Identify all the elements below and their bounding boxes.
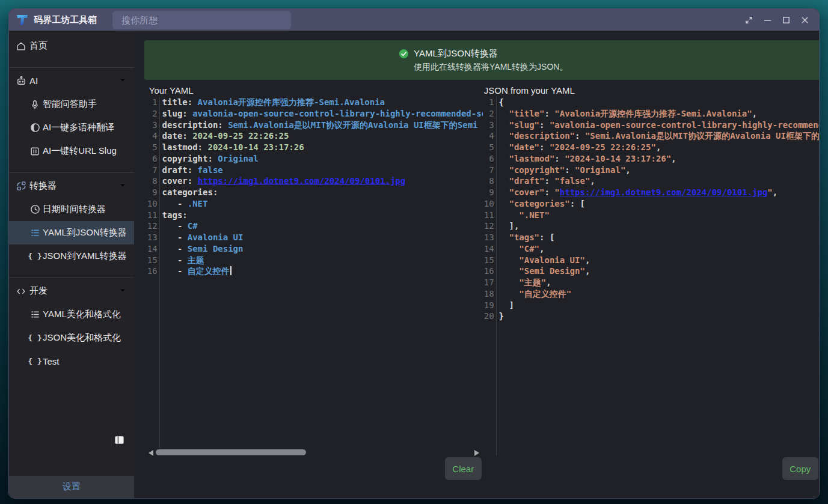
sidebar-item-label: YAML到JSON转换器	[43, 227, 127, 238]
sidebar-item-yaml-beautify[interactable]: YAML美化和格式化	[9, 303, 134, 326]
line-number: 1	[147, 97, 158, 108]
code-line: "lastmod": "2024-10-14 23:17:26",	[499, 153, 820, 165]
collapse-sidebar-button[interactable]	[114, 435, 124, 445]
json-editor[interactable]: 1234567891011121314151617181920 { "title…	[484, 97, 820, 455]
line-number: 11	[147, 210, 158, 221]
url-link[interactable]: https://img1.dotnet9.com/2024/09/0101.jp…	[198, 176, 406, 186]
home-icon	[15, 41, 27, 52]
clear-button[interactable]: Clear	[445, 457, 482, 480]
line-number: 8	[484, 175, 494, 187]
sidebar-item-qa-assistant[interactable]: 智能问答助手	[9, 93, 134, 116]
copy-button[interactable]: Copy	[782, 457, 818, 480]
sidebar-item-label: JSON到YAML转换器	[43, 250, 127, 262]
sidebar-item-json-beautify[interactable]: { } JSON美化和格式化	[9, 326, 134, 350]
line-number: 12	[484, 220, 494, 232]
app-title: 码界工坊工具箱	[34, 14, 97, 26]
close-icon	[800, 16, 809, 25]
sidebar-item-yaml-to-json[interactable]: YAML到JSON转换器	[9, 221, 134, 244]
sidebar-item-label: Test	[43, 356, 127, 366]
code-line: ]	[499, 300, 820, 311]
horizontal-scrollbar[interactable]	[149, 449, 479, 457]
collapse-sidebar-icon	[114, 435, 124, 445]
json-pane-title: JSON from your YAML	[484, 85, 575, 96]
maximize-icon	[782, 16, 791, 25]
code-line: "cover": "https://img1.dotnet9.com/2024/…	[499, 187, 820, 198]
code-line: cover: https://img1.dotnet9.com/2024/09/…	[162, 175, 483, 187]
yaml-code-area[interactable]: title: Avalonia开源控件库强力推荐-Semi.Avaloniasl…	[160, 97, 483, 448]
scroll-left-arrow[interactable]	[149, 450, 153, 456]
sidebar-item-test[interactable]: { } Test	[9, 350, 134, 373]
sidebar-section-dev[interactable]: 开发	[9, 279, 134, 303]
sidebar-item-label: 智能问答助手	[43, 99, 127, 110]
line-number: 6	[484, 153, 494, 165]
line-number: 19	[484, 300, 494, 311]
line-number: 3	[147, 120, 158, 131]
line-number: 16	[484, 266, 494, 277]
sidebar-item-json-to-yaml[interactable]: { } JSON到YAML转换器	[9, 244, 134, 268]
scroll-right-arrow[interactable]	[474, 450, 479, 456]
sidebar-section-ai[interactable]: AI	[9, 69, 134, 93]
chevron-down-icon	[118, 76, 127, 86]
code-line: draft: false	[162, 165, 483, 176]
code-line: - .NET	[162, 198, 483, 210]
sidebar-item-home[interactable]: 首页	[9, 34, 134, 58]
sidebar-section-label: 开发	[29, 285, 116, 297]
line-number: 10	[147, 198, 158, 210]
sidebar-item-label: 首页	[29, 40, 127, 52]
banner-subtitle: 使用此在线转换器将YAML转换为JSON。	[414, 62, 568, 73]
list-icon	[29, 309, 40, 320]
line-number: 11	[484, 210, 494, 221]
json-code-area[interactable]: { "title": "Avalonia开源控件库强力推荐-Semi.Avalo…	[497, 97, 820, 455]
text-caret	[230, 266, 232, 275]
line-number: 4	[484, 130, 494, 142]
code-line: "slug": "avalonia-open-source-control-li…	[499, 120, 820, 131]
line-number: 12	[147, 220, 158, 232]
line-number: 13	[147, 232, 158, 243]
app-logo-icon	[16, 13, 29, 26]
code-line: "自定义控件"	[499, 288, 820, 300]
pause-square-icon	[29, 147, 40, 156]
line-number: 15	[147, 255, 158, 266]
sidebar: 首页 AI 智能问答助手	[9, 31, 134, 498]
line-number: 10	[484, 198, 494, 210]
braces-icon: { }	[29, 333, 40, 342]
settings-link[interactable]: 设置	[9, 476, 134, 498]
tool-banner: YAML到JSON转换器 使用此在线转换器将YAML转换为JSON。	[144, 40, 820, 80]
line-number: 13	[484, 232, 494, 243]
line-number: 1	[484, 97, 494, 108]
close-button[interactable]	[799, 14, 810, 25]
code-line: "date": "2024-09-25 22:26:25",	[499, 142, 820, 153]
main-content: YAML到JSON转换器 使用此在线转换器将YAML转换为JSON。 Your …	[134, 31, 819, 498]
search-input[interactable]	[112, 11, 291, 29]
sidebar-item-label: AI一键多语种翻译	[43, 122, 127, 133]
sidebar-divider	[9, 67, 134, 68]
sidebar-item-datetime-converter[interactable]: 日期时间转换器	[9, 198, 134, 221]
code-line: ".NET"	[499, 210, 820, 221]
check-circle-icon	[399, 49, 409, 59]
minimize-button[interactable]	[762, 14, 773, 25]
line-number: 2	[484, 108, 494, 120]
sidebar-item-label: JSON美化和格式化	[43, 332, 127, 344]
line-number: 4	[147, 130, 158, 142]
code-line: - C#	[162, 220, 483, 232]
code-line: copyright: Original	[162, 153, 483, 165]
code-line: "Avalonia UI",	[499, 255, 820, 266]
code-line: }	[499, 311, 820, 322]
line-number: 6	[147, 153, 158, 165]
line-number: 7	[147, 165, 158, 176]
transform-icon	[15, 180, 27, 192]
sidebar-item-ai-url-slug[interactable]: AI一键转URL Slug	[9, 139, 134, 163]
maximize-button[interactable]	[780, 14, 791, 25]
line-number: 20	[484, 311, 494, 322]
url-link[interactable]: https://img1.dotnet9.com/2024/09/0101.jp…	[560, 187, 768, 197]
yaml-editor[interactable]: 12345678910111213141516 title: Avalonia开…	[147, 97, 483, 448]
clock-icon	[29, 204, 40, 214]
code-line: title: Avalonia开源控件库强力推荐-Semi.Avalonia	[162, 97, 483, 108]
line-number: 14	[147, 243, 158, 255]
scrollbar-thumb[interactable]	[156, 449, 306, 455]
expand-button[interactable]	[743, 14, 754, 25]
sidebar-section-converters[interactable]: 转换器	[9, 174, 134, 198]
sidebar-item-ai-translate[interactable]: AI一键多语种翻译	[9, 116, 134, 139]
code-line: "copyright": "Original",	[499, 165, 820, 176]
sidebar-item-label: AI一键转URL Slug	[43, 145, 127, 157]
